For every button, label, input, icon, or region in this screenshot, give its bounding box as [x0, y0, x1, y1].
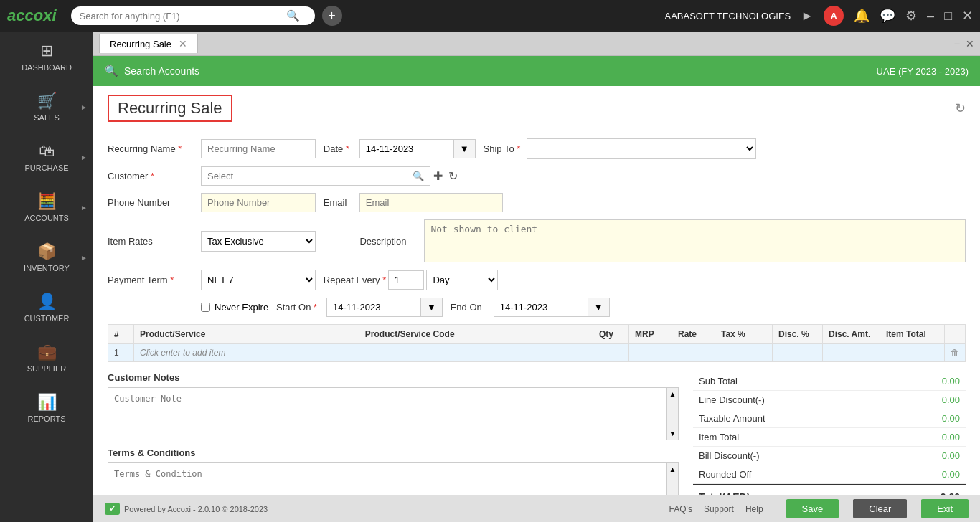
- repeat-unit-select[interactable]: Day: [426, 270, 498, 290]
- row-mrp[interactable]: [629, 344, 672, 362]
- row-rate[interactable]: [672, 344, 715, 362]
- description-textarea[interactable]: [424, 219, 966, 262]
- sidebar-item-dashboard[interactable]: ⊞ DASHBOARD: [0, 32, 93, 82]
- notes-scroll-up[interactable]: ▲: [667, 388, 679, 400]
- sidebar-item-inventory[interactable]: 📦 INVENTORY ►: [0, 232, 93, 283]
- row-delete[interactable]: 🗑: [945, 344, 966, 362]
- tc-scroll-up[interactable]: ▲: [667, 463, 679, 475]
- sidebar-label-inventory: INVENTORY: [24, 264, 70, 272]
- date-input[interactable]: [360, 140, 453, 158]
- close-icon[interactable]: ✕: [962, 8, 973, 24]
- notes-scrollbar[interactable]: ▲ ▼: [667, 387, 679, 440]
- sidebar-item-customer[interactable]: 👤 CUSTOMER: [0, 283, 93, 333]
- date-dropdown-icon[interactable]: ▼: [453, 140, 475, 158]
- repeat-qty-input[interactable]: [388, 270, 424, 290]
- refresh-icon[interactable]: ↻: [955, 100, 966, 116]
- user-avatar[interactable]: A: [824, 6, 844, 26]
- start-on-input[interactable]: [327, 298, 420, 316]
- help-link[interactable]: Help: [745, 504, 763, 514]
- start-on-dropdown-icon[interactable]: ▼: [420, 298, 442, 316]
- sidebar-item-reports[interactable]: 📊 REPORTS: [0, 383, 93, 433]
- recurring-name-label: Recurring Name *: [108, 143, 201, 154]
- linedisc-value: 0.00: [942, 394, 960, 405]
- dashboard-icon: ⊞: [40, 42, 53, 60]
- tc-scroll-down[interactable]: ▼: [667, 493, 679, 495]
- sidebar-item-accounts[interactable]: 🧮 ACCOUNTS ►: [0, 182, 93, 232]
- end-on-field[interactable]: ▼: [494, 298, 610, 317]
- fields-section: Recurring Name * Date * ▼ Ship To *: [93, 128, 980, 362]
- tab-recurring-sale[interactable]: Recurring Sale ✕: [99, 34, 198, 53]
- tc-textarea[interactable]: [108, 462, 667, 495]
- sidebar: ⊞ DASHBOARD 🛒 SALES ► 🛍 PURCHASE ► 🧮 ACC…: [0, 32, 93, 522]
- roundoff-label: Rounded Off: [699, 469, 751, 480]
- row-disc-amt[interactable]: [823, 344, 880, 362]
- grand-total-value: 0.00: [941, 491, 960, 495]
- powered-logo: ✓: [105, 503, 120, 515]
- sidebar-item-sales[interactable]: 🛒 SALES ►: [0, 82, 93, 132]
- bell-icon[interactable]: 🔔: [854, 8, 870, 24]
- tab-expand-btn[interactable]: ✕: [966, 38, 974, 49]
- bottom-section: Customer Notes ▲ ▼ Terms & Conditions: [93, 362, 980, 495]
- row-product[interactable]: Click enter to add item: [134, 344, 359, 362]
- exit-button[interactable]: Exit: [921, 499, 969, 518]
- customer-input-wrap[interactable]: 🔍: [201, 166, 430, 186]
- search-icon-btn[interactable]: 🔍: [286, 9, 300, 22]
- settings-icon[interactable]: ⚙: [905, 8, 917, 24]
- clear-button[interactable]: Clear: [853, 499, 907, 518]
- date-label: Date *: [324, 143, 359, 154]
- item-rates-select[interactable]: Tax Exclusive: [201, 231, 316, 252]
- faq-link[interactable]: FAQ's: [669, 504, 692, 514]
- col-disc-amt: Disc. Amt.: [823, 325, 880, 344]
- never-expire-checkbox[interactable]: [201, 303, 210, 312]
- notes-scroll-down[interactable]: ▼: [667, 427, 679, 440]
- arrow-icon[interactable]: ►: [801, 9, 814, 24]
- refresh-customer-btn[interactable]: ↻: [446, 166, 461, 186]
- tab-pin-btn[interactable]: −: [954, 38, 960, 49]
- maximize-icon[interactable]: □: [944, 9, 952, 24]
- row-tax[interactable]: [715, 344, 773, 362]
- customer-notes-textarea[interactable]: [108, 387, 667, 440]
- row-disc-pct[interactable]: [773, 344, 823, 362]
- items-table: # Product/Service Product/Service Code Q…: [108, 324, 966, 362]
- table-row[interactable]: 1 Click enter to add item: [108, 344, 966, 362]
- add-customer-btn[interactable]: ✚: [430, 166, 446, 186]
- payment-term-select[interactable]: NET 7: [201, 270, 316, 290]
- search-input[interactable]: [80, 11, 281, 22]
- total-row-subtotal: Sub Total 0.00: [693, 372, 966, 391]
- itemtotal-label: Item Total: [699, 432, 739, 442]
- sidebar-item-purchase[interactable]: 🛍 PURCHASE ►: [0, 132, 93, 182]
- tab-label: Recurring Sale: [110, 39, 171, 49]
- row-qty[interactable]: [593, 344, 629, 362]
- end-on-input[interactable]: [494, 298, 588, 316]
- chat-icon[interactable]: 💬: [880, 8, 895, 24]
- description-label: Description: [359, 236, 424, 247]
- never-expire-wrap[interactable]: Never Expire: [201, 302, 268, 313]
- purchase-icon: 🛍: [39, 142, 55, 161]
- end-on-label: End On: [451, 302, 494, 313]
- save-button[interactable]: Save: [786, 499, 839, 518]
- sidebar-item-supplier[interactable]: 💼 SUPPLIER: [0, 333, 93, 383]
- minimize-icon[interactable]: –: [927, 9, 934, 24]
- add-new-btn[interactable]: +: [322, 6, 342, 26]
- search-box[interactable]: 🔍: [71, 6, 315, 25]
- phone-input[interactable]: [201, 193, 316, 212]
- bottom-links: FAQ's Support Help Save Clear Exit: [669, 499, 969, 518]
- customer-input[interactable]: [202, 167, 407, 185]
- ship-to-label: Ship To *: [484, 143, 527, 154]
- date-field[interactable]: ▼: [359, 139, 476, 158]
- row-code[interactable]: [359, 344, 593, 362]
- support-link[interactable]: Support: [704, 504, 734, 514]
- start-on-field[interactable]: ▼: [326, 298, 443, 317]
- recurring-name-input[interactable]: [201, 139, 316, 158]
- form-area: Recurring Sale ↻ Recurring Name * Date *: [93, 86, 980, 495]
- tc-scrollbar[interactable]: ▲ ▼: [667, 462, 679, 495]
- email-input[interactable]: [359, 193, 503, 212]
- customer-search-icon[interactable]: 🔍: [407, 167, 430, 185]
- end-on-dropdown-icon[interactable]: ▼: [588, 298, 609, 316]
- payment-term-label: Payment Term *: [108, 275, 201, 285]
- tab-close-icon[interactable]: ✕: [179, 38, 187, 49]
- field-row-customer: Customer * 🔍 ✚ ↻: [108, 166, 966, 186]
- row-item-total[interactable]: [880, 344, 945, 362]
- ship-to-select[interactable]: [527, 138, 756, 159]
- notes-textarea-wrap: ▲ ▼: [108, 387, 679, 440]
